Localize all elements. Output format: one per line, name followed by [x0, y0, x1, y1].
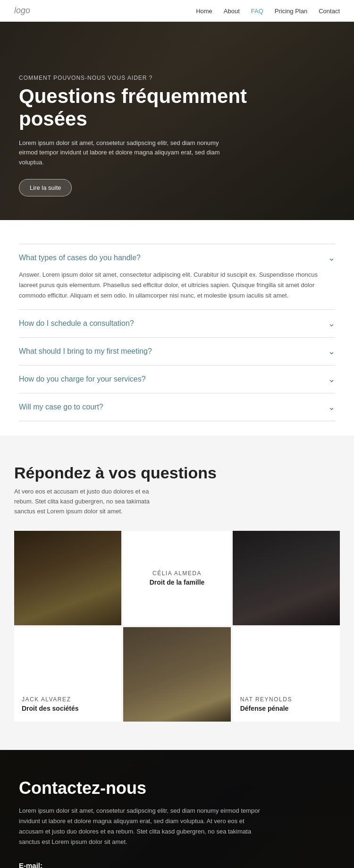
team-member-role-nat: Défense pénale [240, 705, 332, 712]
faq-item-4: How do you charge for your services? ⌄ [19, 365, 335, 393]
team-card-nat: NAT REYNOLDS Défense pénale [233, 627, 340, 722]
faq-section: What types of cases do you handle? ⌄ Ans… [0, 220, 354, 435]
faq-question-text-5: Will my case go to court? [19, 403, 103, 411]
team-card-man1-photo [14, 531, 121, 625]
team-card-woman2-photo [123, 627, 230, 722]
nav-item-faq[interactable]: FAQ [251, 7, 263, 15]
contact-email-label: E-mail: [19, 861, 335, 868]
faq-item-5: Will my case go to court? ⌄ [19, 393, 335, 421]
team-grid-row2: JACK ALVAREZ Droit des sociétés NAT REYN… [14, 627, 340, 722]
faq-answer-1: Answer. Lorem ipsum dolor sit amet, cons… [19, 270, 335, 301]
faq-item-1: What types of cases do you handle? ⌄ Ans… [19, 244, 335, 309]
team-member-name-nat: NAT REYNOLDS [240, 696, 332, 703]
contact-description: Lorem ipsum dolor sit amet, consetetur s… [19, 806, 264, 847]
nav-item-contact[interactable]: Contact [319, 7, 340, 15]
hero-title: Questions fréquemment posées [19, 85, 255, 131]
chevron-down-icon-4: ⌄ [328, 374, 335, 384]
navbar: logo Home About FAQ Pricing Plan Contact [0, 0, 354, 22]
team-title: Répondez à vos questions [14, 464, 340, 482]
nav-item-home[interactable]: Home [196, 7, 212, 15]
nav-links: Home About FAQ Pricing Plan Contact [196, 7, 340, 15]
faq-item-3: What should I bring to my first meeting?… [19, 337, 335, 365]
chevron-down-icon-3: ⌄ [328, 346, 335, 357]
team-member-name-jack: JACK ALVAREZ [22, 696, 114, 703]
nav-item-pricing[interactable]: Pricing Plan [275, 7, 307, 15]
faq-item-2: How do I schedule a consultation? ⌄ [19, 309, 335, 337]
faq-question-4[interactable]: How do you charge for your services? ⌄ [19, 374, 335, 384]
hero-subtitle: COMMENT POUVONS-NOUS VOUS AIDER ? [19, 75, 255, 81]
hero-section: COMMENT POUVONS-NOUS VOUS AIDER ? Questi… [0, 22, 354, 220]
faq-question-text-4: How do you charge for your services? [19, 375, 146, 383]
team-card-celia: CÉLIA ALMEDA Droit de la famille [123, 531, 230, 625]
team-member-role-jack: Droit des sociétés [22, 705, 114, 712]
contact-content: Contactez-nous Lorem ipsum dolor sit ame… [19, 778, 335, 868]
team-description: At vero eos et accusam et justo duo dolo… [14, 487, 165, 516]
logo: logo [14, 6, 30, 16]
team-section: Répondez à vos questions At vero eos et … [0, 435, 354, 749]
nav-item-about[interactable]: About [224, 7, 240, 15]
faq-question-1[interactable]: What types of cases do you handle? ⌄ [19, 253, 335, 263]
contact-title: Contactez-nous [19, 778, 335, 798]
faq-question-text-1: What types of cases do you handle? [19, 254, 141, 262]
faq-question-text-2: How do I schedule a consultation? [19, 319, 134, 328]
chevron-down-icon-5: ⌄ [328, 402, 335, 412]
hero-button[interactable]: Lire la suite [19, 179, 72, 196]
team-member-role-celia: Droit de la famille [150, 579, 205, 586]
faq-question-5[interactable]: Will my case go to court? ⌄ [19, 402, 335, 412]
contact-section: Contactez-nous Lorem ipsum dolor sit ame… [0, 750, 354, 868]
chevron-down-icon-2: ⌄ [328, 318, 335, 329]
faq-question-text-3: What should I bring to my first meeting? [19, 347, 152, 356]
chevron-down-icon: ⌄ [328, 253, 335, 263]
hero-description: Lorem ipsum dolor sit amet, consetetur s… [19, 138, 227, 168]
faq-question-2[interactable]: How do I schedule a consultation? ⌄ [19, 318, 335, 329]
faq-question-3[interactable]: What should I bring to my first meeting?… [19, 346, 335, 357]
team-card-woman1-photo [233, 531, 340, 625]
team-grid-row1: CÉLIA ALMEDA Droit de la famille [14, 531, 340, 625]
hero-content: COMMENT POUVONS-NOUS VOUS AIDER ? Questi… [19, 75, 255, 196]
team-card-jack: JACK ALVAREZ Droit des sociétés [14, 627, 121, 722]
team-member-name-celia: CÉLIA ALMEDA [152, 570, 202, 577]
